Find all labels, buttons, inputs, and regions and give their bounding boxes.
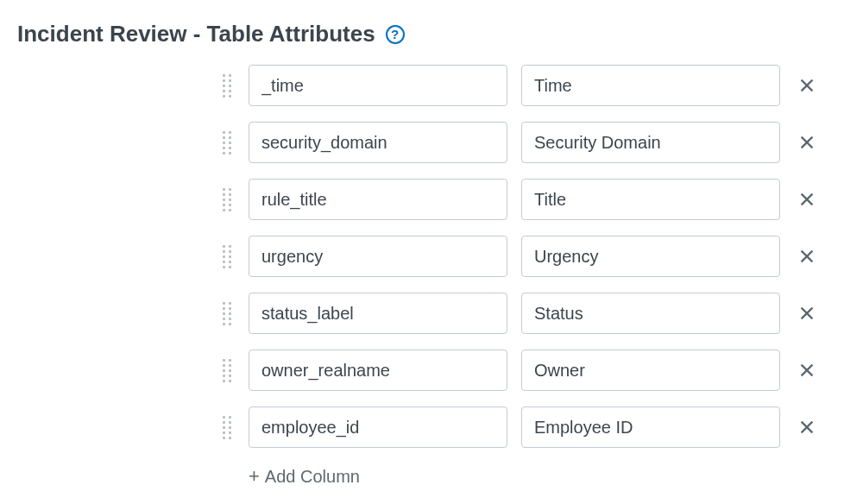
field-label-input[interactable] xyxy=(521,406,780,448)
drag-handle-icon[interactable] xyxy=(223,414,235,440)
remove-row-button[interactable] xyxy=(794,357,820,383)
field-label-input[interactable] xyxy=(521,179,780,220)
add-column-button[interactable]: + Add Column xyxy=(249,465,360,488)
attribute-row xyxy=(223,122,846,163)
field-name-input[interactable] xyxy=(249,293,507,334)
page-header: Incident Review - Table Attributes ? xyxy=(17,21,846,47)
remove-row-button[interactable] xyxy=(794,129,820,155)
remove-row-button[interactable] xyxy=(794,414,820,440)
close-icon xyxy=(797,133,816,152)
attribute-row xyxy=(223,406,846,448)
field-name-input[interactable] xyxy=(249,350,507,391)
field-label-input[interactable] xyxy=(521,236,780,277)
field-name-input[interactable] xyxy=(249,406,507,448)
attribute-row xyxy=(223,236,846,277)
page-title: Incident Review - Table Attributes xyxy=(17,21,375,47)
help-icon-glyph: ? xyxy=(391,27,399,41)
close-icon xyxy=(797,361,816,380)
field-label-input[interactable] xyxy=(521,293,780,334)
field-name-input[interactable] xyxy=(249,179,507,220)
plus-icon: + xyxy=(249,465,260,488)
drag-handle-icon[interactable] xyxy=(223,129,235,155)
add-column-label: Add Column xyxy=(265,467,360,487)
remove-row-button[interactable] xyxy=(794,300,820,326)
attribute-row xyxy=(223,179,846,220)
remove-row-button[interactable] xyxy=(794,186,820,212)
drag-handle-icon[interactable] xyxy=(223,300,235,326)
drag-handle-icon[interactable] xyxy=(223,186,235,212)
close-icon xyxy=(797,76,816,95)
remove-row-button[interactable] xyxy=(794,243,820,269)
attribute-row xyxy=(223,350,846,391)
remove-row-button[interactable] xyxy=(794,72,820,98)
field-name-input[interactable] xyxy=(249,122,507,163)
field-name-input[interactable] xyxy=(249,65,507,106)
close-icon xyxy=(797,247,816,266)
drag-handle-icon[interactable] xyxy=(223,243,235,269)
attribute-row xyxy=(223,65,846,106)
field-label-input[interactable] xyxy=(521,122,780,163)
attribute-row xyxy=(223,293,846,334)
drag-handle-icon[interactable] xyxy=(223,357,235,383)
field-label-input[interactable] xyxy=(521,65,780,106)
close-icon xyxy=(797,418,816,437)
help-icon[interactable]: ? xyxy=(386,25,405,44)
close-icon xyxy=(797,304,816,323)
drag-handle-icon[interactable] xyxy=(223,72,235,98)
field-name-input[interactable] xyxy=(249,236,507,277)
field-label-input[interactable] xyxy=(521,350,780,391)
attribute-rows xyxy=(223,65,846,448)
close-icon xyxy=(797,190,816,209)
